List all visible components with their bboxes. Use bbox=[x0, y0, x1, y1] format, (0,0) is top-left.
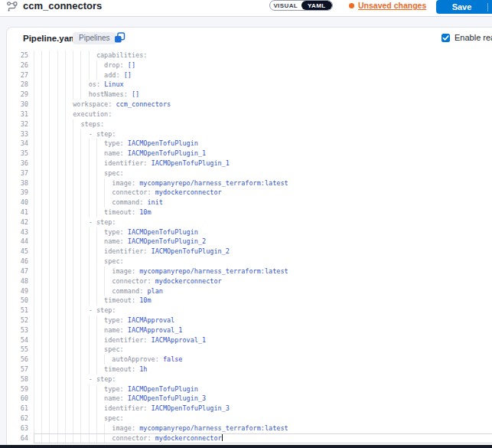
list-dash: - bbox=[89, 130, 96, 138]
line-number: 35 bbox=[7, 149, 34, 159]
yaml-value: IACMOpenTofuPlugin bbox=[128, 228, 198, 236]
indent-guide bbox=[41, 306, 49, 316]
code-line[interactable]: 58- step: bbox=[7, 374, 492, 384]
code-line[interactable]: 46spec: bbox=[7, 257, 492, 267]
code-line[interactable]: 47image: mycompanyrepo/harness_terraform… bbox=[7, 267, 492, 276]
code-area[interactable]: 25capabilities:26drop: []27add: []28os: … bbox=[7, 51, 492, 448]
code-line[interactable]: 49command: plan bbox=[7, 286, 492, 296]
code-line[interactable]: 28os: Linux bbox=[7, 80, 492, 90]
code-line[interactable]: 26drop: [] bbox=[7, 60, 492, 70]
code-line[interactable]: 60name: IACMOpenTofuPlugin_3 bbox=[7, 394, 492, 404]
indent-guide bbox=[57, 90, 65, 100]
indent-guide bbox=[49, 404, 57, 414]
indent-guide bbox=[65, 149, 73, 159]
indent-guide bbox=[49, 100, 57, 110]
code-line[interactable]: 36identifier: IACMOpenTofuPlugin_1 bbox=[7, 159, 492, 168]
code-line[interactable]: 45identifier: IACMOpenTofuPlugin_2 bbox=[7, 247, 492, 257]
code-line[interactable]: 50timeout: 10m bbox=[7, 296, 492, 306]
code-line[interactable]: 35name: IACMOpenTofuPlugin_1 bbox=[7, 149, 492, 159]
indent-guide bbox=[73, 237, 80, 247]
enable-edit-checkbox[interactable] bbox=[441, 34, 450, 42]
line-number: 34 bbox=[7, 139, 34, 149]
code-line[interactable]: 37spec: bbox=[7, 168, 492, 178]
code-line[interactable]: 53name: IACMApproval_1 bbox=[7, 325, 492, 335]
code-line[interactable]: 52type: IACMApproval bbox=[7, 316, 492, 325]
code-line[interactable]: 56autoApprove: false bbox=[7, 355, 492, 365]
code-text: image: mycompanyrepo/harness_terraform:l… bbox=[34, 267, 492, 276]
indent-guide bbox=[57, 149, 65, 159]
tab-visual[interactable]: VISUAL bbox=[270, 1, 301, 10]
code-text: - step: bbox=[34, 374, 492, 384]
indent-guide bbox=[65, 286, 73, 296]
code-text: workspace: ccm_connectors bbox=[34, 100, 492, 110]
code-line[interactable]: 51- step: bbox=[7, 306, 492, 316]
code-line[interactable]: 57timeout: 1h bbox=[7, 365, 492, 374]
code-line[interactable]: 38image: mycompanyrepo/harness_terraform… bbox=[7, 178, 492, 188]
indent-guide bbox=[73, 355, 80, 365]
tab-yaml[interactable]: YAML bbox=[301, 1, 333, 10]
indent-guides bbox=[34, 218, 89, 226]
yaml-editor-panel: Pipeline.yaml Pipelines Enable read/ 25c… bbox=[6, 27, 492, 448]
yaml-key: type: bbox=[104, 139, 124, 147]
indent-guide bbox=[34, 178, 41, 188]
indent-guide bbox=[41, 188, 49, 198]
indent-guide bbox=[57, 365, 65, 374]
code-line[interactable]: 64connector: mydockerconnector bbox=[7, 433, 492, 443]
yaml-value: IACMOpenTofuPlugin_3 bbox=[152, 404, 230, 412]
indent-guide bbox=[34, 306, 41, 316]
copy-icon[interactable] bbox=[113, 32, 125, 44]
code-line[interactable]: 61identifier: IACMOpenTofuPlugin_3 bbox=[7, 404, 492, 414]
code-line[interactable]: 30workspace: ccm_connectors bbox=[7, 100, 492, 110]
code-line[interactable]: 43type: IACMOpenTofuPlugin bbox=[7, 227, 492, 237]
indent-guide bbox=[80, 70, 88, 80]
code-line[interactable]: 54identifier: IACMApproval_1 bbox=[7, 335, 492, 345]
indent-guide bbox=[49, 188, 57, 198]
code-line[interactable]: 27add: [] bbox=[7, 70, 492, 80]
line-number: 27 bbox=[7, 70, 34, 80]
code-line[interactable]: 33- step: bbox=[7, 129, 492, 139]
code-line[interactable]: 29hostNames: [] bbox=[7, 90, 492, 100]
code-line[interactable]: 25capabilities: bbox=[7, 51, 492, 60]
code-line[interactable]: 42- step: bbox=[7, 217, 492, 227]
indent-guide bbox=[34, 365, 41, 374]
indent-guide bbox=[49, 296, 57, 306]
chevron-down-icon[interactable]: ⌄ bbox=[488, 3, 492, 11]
line-number: 38 bbox=[7, 178, 34, 188]
indent-guide bbox=[34, 208, 41, 217]
indent-guide bbox=[80, 325, 88, 335]
code-text: identifier: IACMOpenTofuPlugin_3 bbox=[34, 404, 492, 414]
yaml-key: spec: bbox=[104, 414, 124, 422]
code-line[interactable]: 31execution: bbox=[7, 110, 492, 119]
code-line[interactable]: 44name: IACMOpenTofuPlugin_2 bbox=[7, 237, 492, 247]
code-line[interactable]: 59type: IACMOpenTofuPlugin bbox=[7, 384, 492, 394]
yaml-key: image: bbox=[112, 267, 135, 275]
save-button[interactable]: Save ⌄ bbox=[436, 0, 492, 14]
yaml-value: IACMOpenTofuPlugin_1 bbox=[152, 159, 230, 167]
code-line[interactable]: 41timeout: 10m bbox=[7, 208, 492, 217]
code-line[interactable]: 34type: IACMOpenTofuPlugin bbox=[7, 139, 492, 149]
indent-guides bbox=[34, 90, 89, 98]
indent-guide bbox=[73, 433, 80, 443]
code-line[interactable]: 39connector: mydockerconnector bbox=[7, 188, 492, 198]
code-line[interactable]: 32steps: bbox=[7, 119, 492, 129]
indent-guide bbox=[96, 355, 104, 365]
mode-toggle[interactable]: VISUAL YAML bbox=[269, 0, 333, 11]
indent-guide bbox=[41, 149, 49, 159]
indent-guide bbox=[57, 227, 65, 237]
code-line[interactable]: 63image: mycompanyrepo/harness_terraform… bbox=[7, 423, 492, 433]
code-line[interactable]: 55spec: bbox=[7, 345, 492, 355]
indent-guide bbox=[96, 325, 104, 335]
unsaved-changes-link[interactable]: Unsaved changes bbox=[349, 1, 426, 10]
indent-guides bbox=[34, 61, 104, 69]
code-line[interactable]: 62spec: bbox=[7, 414, 492, 423]
code-text: spec: bbox=[34, 168, 492, 178]
indent-guide bbox=[34, 316, 41, 325]
code-line[interactable]: 40command: init bbox=[7, 198, 492, 208]
code-line[interactable]: 48connector: mydockerconnector bbox=[7, 276, 492, 286]
yaml-value: IACMOpenTofuPlugin_2 bbox=[128, 237, 206, 245]
indent-guide bbox=[34, 70, 41, 80]
indent-guide bbox=[65, 188, 73, 198]
indent-guide bbox=[104, 178, 112, 188]
app-header: ccm_connectors VISUAL YAML Unsaved chang… bbox=[0, 0, 492, 17]
indent-guide bbox=[73, 178, 80, 188]
